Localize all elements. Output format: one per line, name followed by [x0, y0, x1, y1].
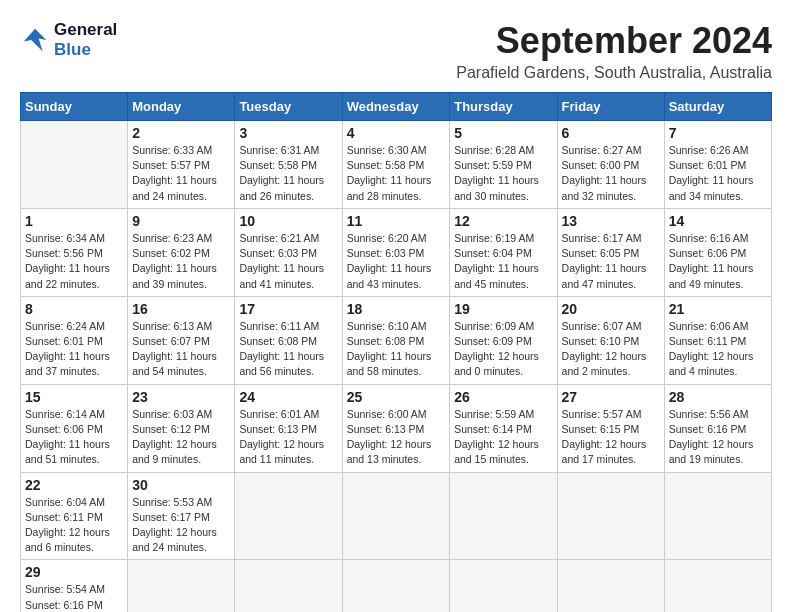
- calendar-cell: 17Sunrise: 6:11 AMSunset: 6:08 PMDayligh…: [235, 296, 342, 384]
- calendar-cell: [342, 472, 450, 560]
- page-header: General Blue September 2024 Parafield Ga…: [20, 20, 772, 82]
- calendar-week-row: 22Sunrise: 6:04 AMSunset: 6:11 PMDayligh…: [21, 472, 772, 560]
- day-info: Sunrise: 6:09 AMSunset: 6:09 PMDaylight:…: [454, 319, 552, 380]
- day-info: Sunrise: 6:06 AMSunset: 6:11 PMDaylight:…: [669, 319, 767, 380]
- column-header-tuesday: Tuesday: [235, 93, 342, 121]
- calendar-cell: 6Sunrise: 6:27 AMSunset: 6:00 PMDaylight…: [557, 121, 664, 209]
- day-info: Sunrise: 6:33 AMSunset: 5:57 PMDaylight:…: [132, 143, 230, 204]
- day-number: 23: [132, 389, 230, 405]
- day-number: 15: [25, 389, 123, 405]
- day-number: 4: [347, 125, 446, 141]
- calendar-cell: 18Sunrise: 6:10 AMSunset: 6:08 PMDayligh…: [342, 296, 450, 384]
- column-header-saturday: Saturday: [664, 93, 771, 121]
- day-info: Sunrise: 6:30 AMSunset: 5:58 PMDaylight:…: [347, 143, 446, 204]
- calendar-cell: 15Sunrise: 6:14 AMSunset: 6:06 PMDayligh…: [21, 384, 128, 472]
- calendar-cell: 11Sunrise: 6:20 AMSunset: 6:03 PMDayligh…: [342, 208, 450, 296]
- column-header-friday: Friday: [557, 93, 664, 121]
- calendar-cell: 30Sunrise: 5:53 AMSunset: 6:17 PMDayligh…: [128, 472, 235, 560]
- calendar-table: SundayMondayTuesdayWednesdayThursdayFrid…: [20, 92, 772, 612]
- calendar-cell: 10Sunrise: 6:21 AMSunset: 6:03 PMDayligh…: [235, 208, 342, 296]
- calendar-cell: 20Sunrise: 6:07 AMSunset: 6:10 PMDayligh…: [557, 296, 664, 384]
- calendar-cell: [664, 472, 771, 560]
- title-section: September 2024 Parafield Gardens, South …: [456, 20, 772, 82]
- calendar-cell: 21Sunrise: 6:06 AMSunset: 6:11 PMDayligh…: [664, 296, 771, 384]
- day-info: Sunrise: 5:57 AMSunset: 6:15 PMDaylight:…: [562, 407, 660, 468]
- day-info: Sunrise: 6:31 AMSunset: 5:58 PMDaylight:…: [239, 143, 337, 204]
- column-header-wednesday: Wednesday: [342, 93, 450, 121]
- calendar-cell: 23Sunrise: 6:03 AMSunset: 6:12 PMDayligh…: [128, 384, 235, 472]
- calendar-cell: 29Sunrise: 5:54 AMSunset: 6:16 PMDayligh…: [21, 560, 128, 612]
- logo-text: General Blue: [54, 20, 117, 60]
- day-info: Sunrise: 6:27 AMSunset: 6:00 PMDaylight:…: [562, 143, 660, 204]
- calendar-cell: 13Sunrise: 6:17 AMSunset: 6:05 PMDayligh…: [557, 208, 664, 296]
- day-number: 30: [132, 477, 230, 493]
- day-number: 13: [562, 213, 660, 229]
- day-info: Sunrise: 6:26 AMSunset: 6:01 PMDaylight:…: [669, 143, 767, 204]
- day-number: 14: [669, 213, 767, 229]
- calendar-header-row: SundayMondayTuesdayWednesdayThursdayFrid…: [21, 93, 772, 121]
- day-info: Sunrise: 6:00 AMSunset: 6:13 PMDaylight:…: [347, 407, 446, 468]
- day-number: 19: [454, 301, 552, 317]
- day-number: 29: [25, 564, 123, 580]
- day-info: Sunrise: 5:56 AMSunset: 6:16 PMDaylight:…: [669, 407, 767, 468]
- day-info: Sunrise: 6:03 AMSunset: 6:12 PMDaylight:…: [132, 407, 230, 468]
- calendar-cell: [342, 560, 450, 612]
- calendar-cell: 5Sunrise: 6:28 AMSunset: 5:59 PMDaylight…: [450, 121, 557, 209]
- calendar-cell: 28Sunrise: 5:56 AMSunset: 6:16 PMDayligh…: [664, 384, 771, 472]
- day-number: 26: [454, 389, 552, 405]
- calendar-cell: 3Sunrise: 6:31 AMSunset: 5:58 PMDaylight…: [235, 121, 342, 209]
- calendar-cell: 19Sunrise: 6:09 AMSunset: 6:09 PMDayligh…: [450, 296, 557, 384]
- day-info: Sunrise: 6:10 AMSunset: 6:08 PMDaylight:…: [347, 319, 446, 380]
- day-number: 10: [239, 213, 337, 229]
- day-number: 11: [347, 213, 446, 229]
- day-info: Sunrise: 5:53 AMSunset: 6:17 PMDaylight:…: [132, 495, 230, 556]
- day-number: 3: [239, 125, 337, 141]
- day-info: Sunrise: 6:23 AMSunset: 6:02 PMDaylight:…: [132, 231, 230, 292]
- day-number: 5: [454, 125, 552, 141]
- calendar-cell: 8Sunrise: 6:24 AMSunset: 6:01 PMDaylight…: [21, 296, 128, 384]
- calendar-cell: [557, 560, 664, 612]
- calendar-cell: [557, 472, 664, 560]
- calendar-cell: 1Sunrise: 6:34 AMSunset: 5:56 PMDaylight…: [21, 208, 128, 296]
- calendar-cell: [235, 472, 342, 560]
- day-number: 18: [347, 301, 446, 317]
- calendar-week-row: 29Sunrise: 5:54 AMSunset: 6:16 PMDayligh…: [21, 560, 772, 612]
- column-header-monday: Monday: [128, 93, 235, 121]
- day-info: Sunrise: 6:01 AMSunset: 6:13 PMDaylight:…: [239, 407, 337, 468]
- calendar-cell: [128, 560, 235, 612]
- calendar-cell: [235, 560, 342, 612]
- day-number: 28: [669, 389, 767, 405]
- day-number: 24: [239, 389, 337, 405]
- logo: General Blue: [20, 20, 117, 60]
- calendar-cell: [664, 560, 771, 612]
- calendar-week-row: 8Sunrise: 6:24 AMSunset: 6:01 PMDaylight…: [21, 296, 772, 384]
- day-number: 21: [669, 301, 767, 317]
- calendar-cell: [450, 560, 557, 612]
- day-number: 1: [25, 213, 123, 229]
- day-number: 20: [562, 301, 660, 317]
- calendar-cell: 7Sunrise: 6:26 AMSunset: 6:01 PMDaylight…: [664, 121, 771, 209]
- day-info: Sunrise: 6:16 AMSunset: 6:06 PMDaylight:…: [669, 231, 767, 292]
- day-number: 17: [239, 301, 337, 317]
- calendar-cell: 4Sunrise: 6:30 AMSunset: 5:58 PMDaylight…: [342, 121, 450, 209]
- calendar-cell: [21, 121, 128, 209]
- day-number: 16: [132, 301, 230, 317]
- logo-icon: [20, 25, 50, 55]
- calendar-cell: 26Sunrise: 5:59 AMSunset: 6:14 PMDayligh…: [450, 384, 557, 472]
- day-number: 8: [25, 301, 123, 317]
- day-info: Sunrise: 6:07 AMSunset: 6:10 PMDaylight:…: [562, 319, 660, 380]
- calendar-week-row: 15Sunrise: 6:14 AMSunset: 6:06 PMDayligh…: [21, 384, 772, 472]
- svg-marker-0: [24, 29, 47, 52]
- day-info: Sunrise: 6:24 AMSunset: 6:01 PMDaylight:…: [25, 319, 123, 380]
- day-number: 9: [132, 213, 230, 229]
- calendar-cell: 27Sunrise: 5:57 AMSunset: 6:15 PMDayligh…: [557, 384, 664, 472]
- column-header-sunday: Sunday: [21, 93, 128, 121]
- calendar-cell: 9Sunrise: 6:23 AMSunset: 6:02 PMDaylight…: [128, 208, 235, 296]
- calendar-week-row: 2Sunrise: 6:33 AMSunset: 5:57 PMDaylight…: [21, 121, 772, 209]
- calendar-cell: 25Sunrise: 6:00 AMSunset: 6:13 PMDayligh…: [342, 384, 450, 472]
- subtitle: Parafield Gardens, South Australia, Aust…: [456, 64, 772, 82]
- day-info: Sunrise: 6:13 AMSunset: 6:07 PMDaylight:…: [132, 319, 230, 380]
- day-number: 25: [347, 389, 446, 405]
- calendar-cell: 14Sunrise: 6:16 AMSunset: 6:06 PMDayligh…: [664, 208, 771, 296]
- main-title: September 2024: [456, 20, 772, 62]
